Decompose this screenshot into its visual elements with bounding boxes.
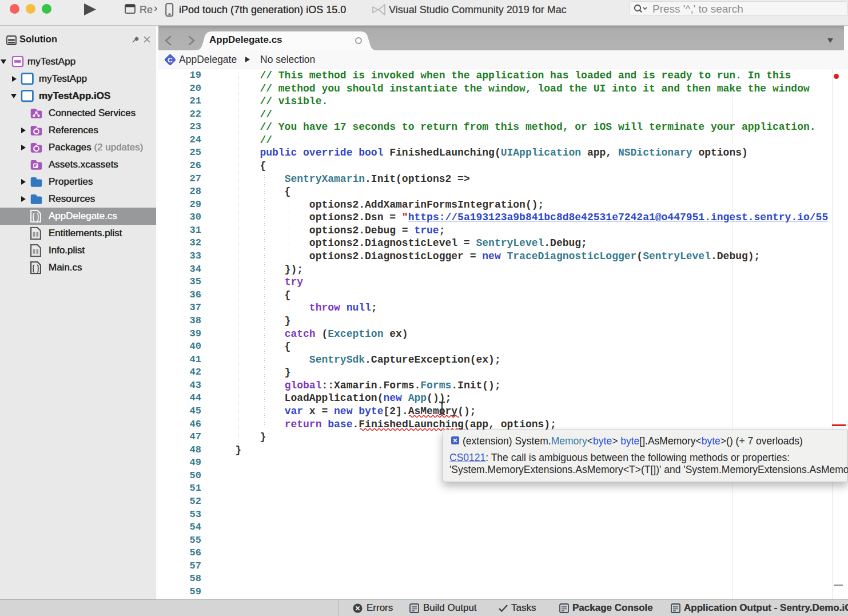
svg-text:C: C (168, 57, 172, 63)
